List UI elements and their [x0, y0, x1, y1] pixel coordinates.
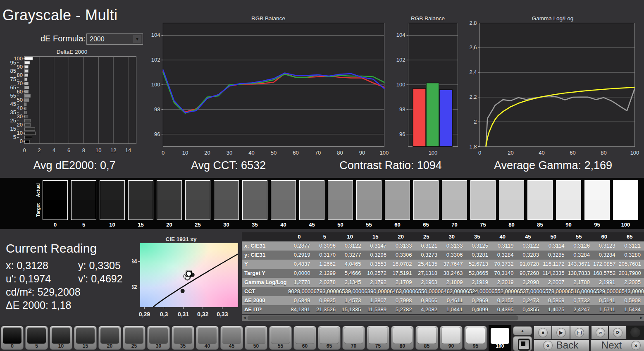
patch-button-75[interactable]: 75	[367, 326, 389, 350]
table-cell: 0,3122	[517, 241, 543, 251]
patch-button-0[interactable]: 0	[1, 326, 24, 350]
table-cell: 0,2473	[517, 296, 543, 305]
patch-button-80[interactable]: 80	[391, 326, 414, 350]
table-cell: 0,0000	[288, 269, 314, 278]
patch-button-95[interactable]: 95	[464, 326, 487, 350]
svg-text:104: 104	[396, 32, 405, 38]
refresh-button[interactable]: ⟳	[608, 326, 626, 339]
table-cell: 143,3671	[568, 260, 594, 269]
swatch-55	[356, 180, 382, 220]
svg-text:6: 6	[67, 147, 70, 153]
status-led-icon	[630, 327, 640, 337]
table-cell: 0,5869	[542, 296, 568, 305]
svg-text:60: 60	[293, 150, 298, 156]
table-cell: 6793,0000	[314, 287, 339, 296]
rgb-balance-bar-chart: 9698100102104100	[393, 12, 461, 157]
patch-button-35[interactable]: 35	[172, 326, 194, 350]
swatch-label-70: 70	[442, 222, 467, 228]
table-scrollbar-thumb[interactable]	[248, 315, 518, 320]
table-cell: 0,8066	[415, 296, 441, 305]
deltae-chart: 0246810121405101520253035404550556065707…	[0, 49, 143, 157]
table-cell: 0,3133	[390, 241, 415, 251]
table-cell: 2,2019	[491, 278, 517, 287]
pattern-window-icon	[518, 339, 530, 351]
table-cell: 2,1919	[466, 278, 492, 287]
svg-text:55: 55	[10, 93, 16, 99]
table-cell: 0,3284	[568, 251, 594, 260]
table-cell: 52,8665	[466, 269, 492, 278]
table-cell: 6463,0000	[390, 287, 415, 296]
next-button[interactable]: Next »	[590, 340, 644, 351]
de-formula-select[interactable]: 2000 ▼	[86, 33, 143, 45]
cie-chart: 0,290,30,310,320,330,340,32	[132, 235, 243, 322]
stop-button[interactable]: ■	[533, 326, 551, 339]
svg-text:4: 4	[52, 147, 55, 153]
back-button[interactable]: « Back	[533, 340, 589, 351]
patch-button-45[interactable]: 45	[220, 326, 243, 350]
table-cell: 2,2098	[517, 278, 543, 287]
table-cell: 6539,0000	[339, 287, 365, 296]
swatch-90	[556, 180, 581, 220]
table-cell: 1,5711	[593, 305, 619, 314]
table-cell: 27,1318	[415, 269, 441, 278]
measure-button[interactable]: [··]	[570, 326, 589, 339]
patch-button-30[interactable]: 30	[147, 326, 170, 350]
pattern-up-button[interactable]: ▲	[513, 326, 532, 335]
swatch-label-55: 55	[356, 222, 382, 228]
patch-button-70[interactable]: 70	[342, 326, 365, 350]
patch-button-100[interactable]: 100	[489, 325, 511, 351]
table-cell: 0,2877	[288, 241, 314, 251]
svg-text:60: 60	[17, 88, 23, 95]
patch-button-90[interactable]: 90	[440, 326, 463, 350]
swatch-75	[470, 180, 496, 220]
next-button-label: Next	[601, 339, 622, 351]
chevron-down-icon[interactable]: ▼	[133, 35, 141, 43]
table-col-35: 35	[466, 232, 492, 241]
patch-button-10[interactable]: 10	[50, 326, 72, 350]
scroll-right-icon[interactable]: ▶	[639, 315, 644, 321]
svg-text:0: 0	[162, 150, 165, 156]
svg-text:2,8: 2,8	[469, 20, 477, 26]
svg-text:10: 10	[17, 130, 23, 136]
status-indicator	[627, 326, 644, 339]
table-cell: 4,0465	[339, 260, 365, 269]
swatch-label-40: 40	[271, 222, 296, 228]
svg-text:50: 50	[271, 150, 277, 156]
swatch-50	[328, 180, 353, 220]
table-cell: 9028,0000	[288, 287, 314, 296]
swatch-label-80: 80	[499, 222, 524, 228]
patch-button-15[interactable]: 15	[74, 326, 97, 350]
table-cell: 6552,0000	[491, 287, 517, 296]
play-button[interactable]: ▶	[551, 326, 570, 339]
loop-infinite-button[interactable]: ∞	[590, 326, 608, 339]
patch-button-20[interactable]: 20	[98, 326, 121, 350]
table-cell: 0,3277	[339, 251, 365, 260]
swatch-label-95: 95	[584, 222, 610, 228]
table-col-10: 10	[339, 232, 365, 241]
patch-button-85[interactable]: 85	[415, 326, 438, 350]
table-cell: 0,3280	[619, 251, 644, 260]
patch-button-25[interactable]: 25	[123, 326, 145, 350]
patch-button-65[interactable]: 65	[318, 326, 341, 350]
svg-text:30: 30	[17, 113, 23, 119]
patch-button-40[interactable]: 40	[196, 326, 219, 350]
svg-text:2,4: 2,4	[469, 69, 477, 75]
table-scrollbar[interactable]: ◀ ▶	[242, 315, 644, 321]
svg-text:0,32: 0,32	[197, 311, 208, 318]
pattern-window-button[interactable]	[513, 336, 532, 351]
table-cell: 70,3140	[491, 269, 517, 278]
table-cell: 0,3273	[415, 251, 441, 260]
current-reading-line: u': 0,1974v': 0,4692	[6, 272, 130, 285]
table-cell: 0,3126	[568, 241, 594, 251]
svg-text:14: 14	[125, 147, 131, 153]
table-cell: 2,1780	[568, 278, 594, 287]
patch-button-50[interactable]: 50	[245, 326, 267, 350]
patch-button-60[interactable]: 60	[293, 326, 316, 350]
patch-button-55[interactable]: 55	[269, 326, 292, 350]
svg-text:80: 80	[601, 150, 606, 156]
scroll-left-icon[interactable]: ◀	[242, 315, 247, 321]
grayscale-strip: Actual Target 05101520253035404550556065…	[0, 178, 644, 229]
de-formula-value: 2000	[90, 36, 105, 43]
table-cell: 6543,0000	[619, 287, 644, 296]
patch-button-5[interactable]: 5	[25, 326, 48, 350]
